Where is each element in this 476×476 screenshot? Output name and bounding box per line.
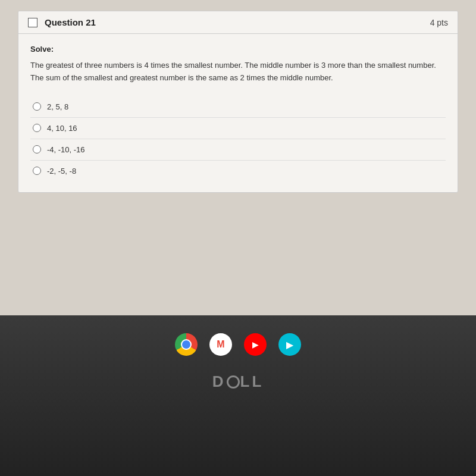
radio-option-4[interactable] — [33, 167, 41, 175]
answer-option-4[interactable]: -2, -5, -8 — [30, 160, 446, 181]
radio-option-3[interactable] — [33, 145, 41, 154]
youtube-icon[interactable]: ▶ — [244, 333, 267, 356]
dell-ll: LL — [240, 372, 264, 391]
gmail-icon[interactable]: M — [209, 333, 232, 356]
question-card: Question 21 4 pts Solve: The greatest of… — [18, 11, 458, 193]
answer-option-3[interactable]: -4, -10, -16 — [30, 139, 446, 160]
quiz-area: Question 21 4 pts Solve: The greatest of… — [0, 0, 476, 315]
question-checkbox[interactable] — [28, 18, 37, 27]
question-body: Solve: The greatest of three numbers is … — [18, 34, 458, 192]
question-points: 4 pts — [430, 18, 448, 27]
answer-options: 2, 5, 8 4, 10, 16 -4, -10, -16 -2, -5, -… — [30, 96, 446, 181]
question-title: Question 21 — [45, 17, 96, 27]
dell-o — [227, 375, 240, 389]
dell-text: D — [212, 372, 226, 391]
answer-label-4: -2, -5, -8 — [47, 167, 76, 176]
taskbar: M ▶ ▶ DLL — [0, 315, 476, 476]
answer-option-2[interactable]: 4, 10, 16 — [30, 117, 446, 139]
question-header: Question 21 4 pts — [18, 11, 458, 34]
question-text: The greatest of three numbers is 4 times… — [30, 60, 446, 84]
answer-label-2: 4, 10, 16 — [47, 124, 77, 133]
answer-label-3: -4, -10, -16 — [47, 145, 85, 154]
answer-label-1: 2, 5, 8 — [47, 102, 68, 111]
radio-option-1[interactable] — [33, 102, 41, 111]
dell-logo: DLL — [212, 372, 264, 391]
play-icon[interactable]: ▶ — [278, 333, 301, 356]
chrome-icon[interactable] — [175, 333, 198, 356]
radio-option-2[interactable] — [33, 124, 41, 132]
solve-label: Solve: — [30, 45, 446, 54]
question-header-left: Question 21 — [28, 17, 96, 27]
taskbar-icons: M ▶ ▶ — [175, 333, 301, 356]
answer-option-1[interactable]: 2, 5, 8 — [30, 96, 446, 117]
